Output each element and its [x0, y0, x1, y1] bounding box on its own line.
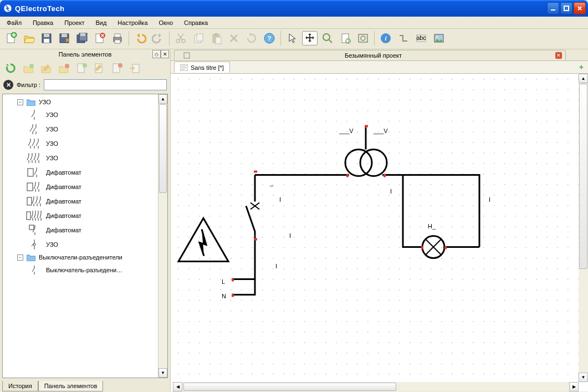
tree-item-label: Дифавтомат — [46, 169, 81, 176]
elements-tree[interactable]: − УЗО УЗОУЗОУЗОУЗОДифавтоматДифавтоматДи… — [2, 94, 168, 378]
element-symbol-icon — [26, 224, 43, 236]
scroll-thumb[interactable] — [183, 383, 396, 391]
menu-help[interactable]: Справка — [180, 18, 212, 28]
menu-settings[interactable]: Настройка — [113, 18, 152, 28]
move-tool-button[interactable] — [302, 31, 318, 45]
close-doc-button[interactable] — [92, 31, 108, 45]
edit-element-button[interactable] — [91, 60, 108, 76]
paste-button[interactable] — [208, 31, 224, 45]
scroll-down-icon[interactable]: ▼ — [158, 368, 167, 378]
new-button[interactable] — [3, 31, 19, 45]
reload-button[interactable] — [2, 60, 19, 76]
label-dash: _ — [269, 180, 274, 186]
filter-input[interactable] — [44, 79, 167, 90]
drawing-canvas[interactable]: ___V ___V N L H_ _ I I I I I — [173, 74, 579, 382]
sheet-tabbar: Sans titre [*] + — [171, 60, 588, 74]
scroll-right-icon[interactable]: ▶ — [569, 382, 579, 391]
fit-button[interactable] — [355, 31, 371, 45]
element-symbol-icon — [26, 123, 43, 135]
svg-rect-60 — [254, 238, 257, 241]
svg-rect-30 — [359, 34, 367, 42]
tree-item[interactable]: Дифавтомат — [5, 165, 167, 180]
tree-item[interactable]: Выключатель-разъедени… — [5, 263, 167, 277]
open-button[interactable] — [21, 31, 37, 45]
tree-item[interactable]: Дифавтомат — [5, 223, 167, 237]
save-button[interactable] — [39, 31, 54, 45]
tree-item[interactable]: Дифавтомат — [5, 180, 167, 194]
window-title: QElectroTech — [15, 4, 546, 13]
scroll-down-icon[interactable]: ▼ — [579, 373, 588, 382]
redo-button[interactable] — [150, 31, 166, 45]
minimize-button[interactable] — [547, 2, 559, 14]
copy-button[interactable] — [191, 31, 206, 45]
help-button[interactable]: ? — [262, 31, 277, 45]
canvas-hscrollbar[interactable]: ◀ ▶ — [173, 382, 579, 391]
cut-button[interactable] — [173, 31, 188, 45]
scroll-thumb[interactable] — [579, 84, 587, 269]
svg-rect-12 — [80, 33, 85, 36]
menu-window[interactable]: Окно — [155, 18, 178, 28]
project-tab[interactable]: Безымянный проект ✕ — [174, 50, 566, 60]
new-element-button[interactable] — [73, 60, 90, 76]
close-project-button[interactable]: ✕ — [555, 52, 562, 59]
clear-filter-icon[interactable]: ✕ — [3, 80, 13, 90]
new-folder-button[interactable] — [20, 60, 37, 76]
svg-point-27 — [323, 34, 330, 40]
svg-rect-7 — [44, 39, 49, 43]
delete-button[interactable] — [226, 31, 242, 45]
scroll-up-icon[interactable]: ▲ — [158, 94, 167, 104]
scroll-up-icon[interactable]: ▲ — [579, 74, 588, 83]
project-icon — [183, 52, 190, 59]
delete-element-button[interactable] — [109, 60, 125, 76]
undo-button[interactable] — [132, 31, 148, 45]
scroll-thumb[interactable] — [159, 104, 167, 193]
close-button[interactable] — [574, 2, 586, 14]
tab-history[interactable]: История — [2, 381, 38, 391]
tree-folder-switches[interactable]: − Выключатели-разъеденители — [5, 252, 167, 263]
delete-folder-button[interactable] — [55, 60, 72, 76]
menu-project[interactable]: Проект — [60, 18, 89, 28]
svg-rect-47 — [27, 183, 33, 191]
menu-file[interactable]: Файл — [2, 18, 26, 28]
collapse-icon[interactable]: − — [17, 99, 23, 105]
info-button[interactable]: i — [378, 31, 393, 45]
tab-elements-panel[interactable]: Панель элементов — [38, 381, 104, 391]
tree-item[interactable]: Дифавтомат — [5, 194, 167, 208]
print-button[interactable] — [110, 31, 125, 45]
scroll-left-icon[interactable]: ◀ — [173, 382, 182, 391]
rotate-button[interactable] — [244, 31, 259, 45]
save-all-button[interactable] — [74, 31, 90, 45]
panel-close-button[interactable]: ✕ — [161, 50, 169, 58]
tree-item[interactable]: УЗО — [5, 122, 167, 136]
tree-item[interactable]: Дифавтомат — [5, 208, 167, 223]
elements-panel: Панель элементов ◇ ✕ ✕ Фильтр : − — [0, 49, 171, 391]
pointer-tool-button[interactable] — [284, 31, 300, 45]
save-as-button[interactable] — [57, 31, 72, 45]
maximize-button[interactable] — [560, 2, 572, 14]
panel-toolbar — [0, 59, 170, 77]
tree-folder-uzo[interactable]: − УЗО — [5, 96, 167, 108]
panel-float-button[interactable]: ◇ — [152, 50, 161, 58]
page-button[interactable] — [338, 31, 353, 45]
wire-button[interactable] — [396, 31, 411, 45]
text-frame-button[interactable]: abc — [413, 31, 429, 45]
svg-point-54 — [345, 150, 372, 176]
zoom-tool-button[interactable] — [320, 31, 335, 45]
tree-item[interactable]: УЗО — [5, 108, 167, 122]
menu-view[interactable]: Вид — [91, 18, 111, 28]
tree-item[interactable]: УЗО — [5, 237, 167, 252]
tree-item[interactable]: УЗО — [5, 151, 167, 165]
tree-folder-label: УЗО — [39, 99, 51, 105]
tree-scrollbar[interactable]: ▲ ▼ — [158, 94, 167, 378]
tree-item[interactable]: УЗО — [5, 136, 167, 151]
add-sheet-button[interactable]: + — [579, 63, 584, 72]
sheet-tab[interactable]: Sans titre [*] — [174, 62, 230, 73]
canvas-vscrollbar[interactable]: ▲ ▼ — [579, 74, 588, 382]
import-button[interactable] — [126, 60, 143, 76]
collapse-icon[interactable]: − — [17, 254, 23, 261]
image-button[interactable] — [431, 31, 447, 45]
svg-rect-52 — [184, 53, 190, 58]
edit-folder-button[interactable] — [38, 60, 54, 76]
svg-rect-63 — [365, 125, 368, 128]
menu-edit[interactable]: Правка — [28, 18, 58, 28]
